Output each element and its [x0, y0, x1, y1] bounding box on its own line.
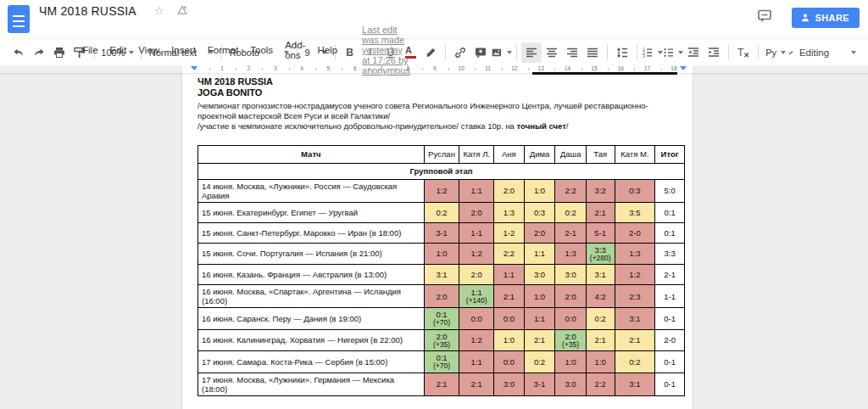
prediction-cell[interactable]: 3:2: [586, 179, 615, 202]
result-cell[interactable]: 1-1: [655, 285, 685, 308]
prediction-cell[interactable]: 2:1: [424, 373, 459, 395]
prediction-cell[interactable]: 3:3(+280): [586, 243, 615, 265]
align-center-button[interactable]: [542, 42, 562, 63]
prediction-cell[interactable]: 0:1(+70): [424, 308, 459, 330]
prediction-cell[interactable]: 2:0: [555, 285, 587, 308]
column-header[interactable]: Аня: [494, 145, 525, 163]
prediction-cell[interactable]: 2:1: [586, 202, 615, 222]
match-cell[interactable]: 15 июня. Екатеринбург. Египет — Уругвай: [198, 202, 425, 222]
prediction-cell[interactable]: 0:0: [555, 308, 587, 330]
prediction-cell[interactable]: 2:0(+35): [555, 329, 587, 351]
prediction-cell[interactable]: 1:0: [555, 351, 587, 373]
column-header[interactable]: Катя Л.: [459, 145, 494, 163]
docs-logo-icon[interactable]: [8, 5, 30, 33]
prediction-cell[interactable]: 1-2: [494, 222, 525, 243]
result-cell[interactable]: 2-0: [655, 329, 685, 351]
prediction-cell[interactable]: 0:2: [524, 351, 555, 373]
prediction-cell[interactable]: 1:0: [586, 351, 615, 373]
prediction-cell[interactable]: 1:0: [524, 179, 555, 202]
bulleted-list-button[interactable]: [663, 42, 684, 63]
numbered-list-button[interactable]: 123: [642, 42, 663, 63]
doc-paragraph-1[interactable]: /чемпионат прогнозистов-нострадамусов уч…: [198, 101, 674, 120]
prediction-cell[interactable]: 0:1(+70): [424, 351, 459, 373]
prediction-cell[interactable]: 0:2: [424, 202, 459, 222]
align-left-button[interactable]: [521, 42, 542, 63]
prediction-cell[interactable]: 1:0: [424, 243, 459, 265]
column-header[interactable]: Дима: [524, 145, 555, 163]
prediction-cell[interactable]: 2:0: [459, 202, 494, 222]
prediction-cell[interactable]: 3:0: [494, 373, 525, 395]
table-column-indicator[interactable]: [532, 72, 677, 75]
prediction-cell[interactable]: 1:2: [424, 179, 459, 202]
prediction-cell[interactable]: 2:3: [615, 285, 655, 308]
menu-view[interactable]: View: [132, 43, 165, 57]
comments-icon[interactable]: [757, 8, 773, 27]
clear-formatting-button[interactable]: T: [733, 42, 754, 63]
menu-help[interactable]: Help: [311, 43, 343, 57]
menu-format[interactable]: Format: [202, 43, 244, 57]
prediction-cell[interactable]: 3:5: [615, 202, 655, 222]
match-cell[interactable]: 14 июня. Москва, «Лужники». Россия — Сау…: [198, 179, 425, 202]
prediction-cell[interactable]: 1:2: [459, 243, 494, 265]
column-header[interactable]: Катя М.: [615, 145, 655, 163]
prediction-cell[interactable]: 2:0(+35): [424, 329, 459, 351]
prediction-cell[interactable]: 1:2: [615, 265, 655, 285]
prediction-cell[interactable]: 1:3: [555, 243, 587, 265]
prediction-cell[interactable]: 0:3: [524, 202, 555, 222]
result-cell[interactable]: 0:1: [655, 202, 685, 222]
result-cell[interactable]: 2-1: [655, 265, 685, 285]
prediction-cell[interactable]: 1:1: [524, 308, 555, 330]
column-header[interactable]: Тая: [586, 145, 615, 163]
prediction-cell[interactable]: 2:2: [555, 179, 587, 202]
doc-paragraph-2[interactable]: /участие в чемпионате исключительно добр…: [198, 121, 674, 132]
menu-file[interactable]: File: [76, 43, 104, 57]
prediction-cell[interactable]: 1:1(+140): [459, 285, 494, 308]
prediction-cell[interactable]: 1:3: [494, 202, 525, 222]
section-header-cell[interactable]: Групповой этап: [198, 163, 685, 179]
result-cell[interactable]: 0-1: [655, 308, 685, 330]
highlight-button[interactable]: [420, 42, 441, 63]
prediction-cell[interactable]: 3:1: [615, 308, 655, 330]
column-header[interactable]: Матч: [198, 145, 425, 163]
prediction-cell[interactable]: 3:0: [555, 265, 587, 285]
insert-link-button[interactable]: [450, 42, 470, 63]
prediction-cell[interactable]: 2:1: [524, 329, 555, 351]
prediction-cell[interactable]: 0:2: [586, 308, 615, 330]
prediction-cell[interactable]: 0:0: [494, 351, 525, 373]
prediction-cell[interactable]: 0:0: [494, 308, 525, 330]
prediction-cell[interactable]: 5-1: [586, 222, 615, 243]
star-icon[interactable]: ☆: [154, 4, 164, 17]
match-cell[interactable]: 15 июня. Сочи. Португалия — Испания (в 2…: [198, 243, 425, 265]
align-right-button[interactable]: [562, 42, 582, 63]
match-cell[interactable]: 16 июня. Казань. Франция — Австралия (в …: [198, 265, 425, 285]
prediction-cell[interactable]: 1:1: [494, 265, 525, 285]
insert-image-button[interactable]: [491, 42, 512, 63]
prediction-cell[interactable]: 0:2: [555, 202, 587, 222]
match-cell[interactable]: 16 июня. Саранск. Перу — Дания (в 19:00): [198, 308, 425, 330]
input-tools-button[interactable]: Ру: [763, 42, 788, 63]
print-button[interactable]: [49, 42, 70, 63]
result-cell[interactable]: 0-1: [655, 373, 685, 395]
prediction-cell[interactable]: 2:0: [494, 179, 525, 202]
document-title[interactable]: ЧМ 2018 RUSSIA: [39, 4, 136, 18]
mode-select[interactable]: Editing: [788, 42, 856, 63]
column-header[interactable]: Итог: [655, 145, 685, 163]
decrease-indent-button[interactable]: [683, 42, 704, 63]
prediction-cell[interactable]: 1:1: [459, 179, 494, 202]
result-cell[interactable]: 5:0: [655, 179, 685, 202]
menu-edit[interactable]: Edit: [104, 43, 133, 57]
prediction-cell[interactable]: 3:1: [424, 265, 459, 285]
line-spacing-button[interactable]: [612, 42, 632, 63]
prediction-cell[interactable]: 2:0: [424, 285, 459, 308]
increase-indent-button[interactable]: [704, 42, 724, 63]
match-cell[interactable]: 17 июня. Самара. Коста-Рика — Сербия (в …: [198, 351, 425, 373]
prediction-cell[interactable]: 4:2: [586, 285, 615, 308]
prediction-cell[interactable]: 2-1: [555, 222, 587, 243]
column-header[interactable]: Даша: [555, 145, 587, 163]
prediction-cell[interactable]: 0:2: [615, 351, 655, 373]
prediction-cell[interactable]: 2:0: [524, 222, 555, 243]
prediction-cell[interactable]: 3:1: [615, 373, 655, 395]
prediction-cell[interactable]: 1:0: [494, 329, 525, 351]
redo-button[interactable]: [29, 42, 49, 63]
prediction-cell[interactable]: 2-0: [615, 222, 655, 243]
